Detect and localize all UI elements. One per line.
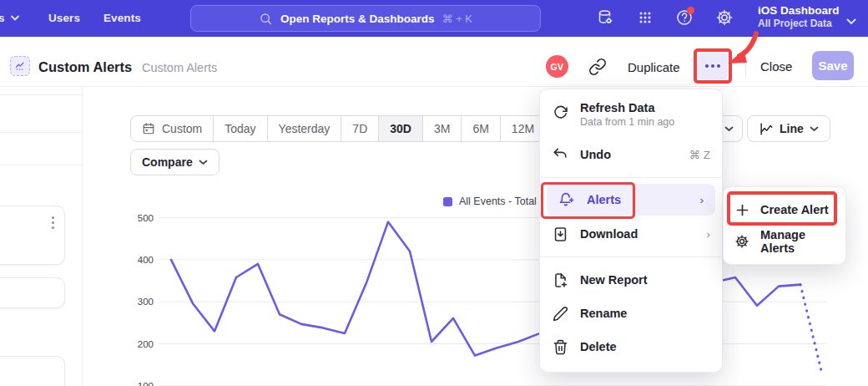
range-label: Custom — [162, 122, 202, 135]
menu-item-undo[interactable]: Undo ⌘ Z — [540, 138, 722, 171]
svg-text:300: 300 — [138, 297, 154, 307]
trash-icon — [552, 338, 568, 355]
kebab-menu-icon[interactable] — [52, 216, 54, 229]
apps-grid-icon[interactable] — [636, 8, 656, 28]
chevron-down-icon — [11, 15, 19, 21]
search-shortcut: ⌘ + K — [442, 13, 473, 25]
plus-icon — [734, 201, 750, 218]
range-today[interactable]: Today — [214, 116, 267, 141]
file-plus-icon — [552, 272, 568, 288]
submenu-item-create-alert[interactable]: Create Alert — [724, 194, 845, 226]
sidebar-card[interactable] — [0, 206, 65, 265]
nav-item-partial[interactable]: s — [0, 12, 19, 24]
menu-item-sublabel: Data from 1 min ago — [580, 116, 674, 128]
report-chart-icon — [10, 56, 30, 76]
help-icon[interactable] — [675, 8, 695, 28]
chart-type-label: Line — [780, 122, 804, 135]
range-yesterday[interactable]: Yesterday — [268, 116, 342, 141]
notification-dot — [687, 7, 694, 14]
chevron-down-icon[interactable] — [846, 13, 856, 28]
sidebar-row-divider — [0, 94, 82, 95]
more-button[interactable] — [698, 53, 728, 79]
header-divider — [745, 53, 746, 77]
nav-partial-label: s — [0, 12, 5, 24]
range-3m[interactable]: 3M — [423, 116, 462, 141]
project-switcher[interactable]: iOS Dashboard All Project Data — [758, 4, 840, 29]
search-input[interactable]: Open Reports & Dashboards ⌘ + K — [190, 5, 541, 32]
compare-label: Compare — [142, 155, 193, 169]
submenu-chevron-icon: › — [700, 194, 704, 206]
menu-item-refresh-data[interactable]: Refresh Data Data from 1 min ago — [540, 96, 722, 138]
copy-link-icon[interactable] — [588, 58, 607, 76]
range-7d[interactable]: 7D — [341, 116, 379, 141]
breadcrumb: Custom Alerts — [142, 61, 217, 74]
svg-text:500: 500 — [138, 213, 154, 223]
line-chart-icon — [759, 121, 774, 136]
nav-item-users[interactable]: Users — [48, 12, 80, 24]
sidebar-card[interactable] — [0, 356, 65, 386]
menu-item-label: Rename — [580, 307, 627, 320]
chart-line-dashed — [800, 285, 822, 374]
date-range-control: Custom Today Yesterday 7D 30D 3M 6M 12M — [130, 115, 546, 142]
bell-plus-icon — [558, 191, 575, 208]
menu-item-delete[interactable]: Delete — [540, 330, 722, 363]
app-window: s Users Events Open Reports & Dashboards… — [0, 0, 868, 386]
menu-item-label: Download — [580, 227, 638, 241]
sidebar-card[interactable] — [0, 277, 65, 308]
nav-item-events[interactable]: Events — [103, 12, 141, 24]
annotation-box-more — [694, 48, 732, 84]
range-label: 6M — [472, 122, 488, 135]
save-button[interactable]: Save — [812, 51, 854, 80]
gear-icon — [734, 233, 750, 250]
data-management-icon[interactable] — [596, 8, 616, 28]
sidebar-divider — [82, 87, 83, 386]
menu-item-label: Delete — [580, 340, 617, 353]
sidebar-row-divider — [0, 165, 82, 165]
pencil-icon — [552, 305, 568, 322]
menu-item-alerts[interactable]: Alerts › — [547, 184, 715, 216]
context-menu: Refresh Data Data from 1 min ago Undo ⌘ … — [539, 89, 723, 373]
menu-item-shortcut: ⌘ Z — [689, 148, 711, 161]
top-navbar: s Users Events Open Reports & Dashboards… — [0, 0, 868, 37]
submenu-item-label: Create Alert — [760, 203, 829, 216]
range-label: 3M — [434, 122, 450, 135]
close-button[interactable]: Close — [760, 59, 792, 74]
chevron-down-icon — [724, 126, 734, 132]
chevron-down-icon — [810, 126, 819, 132]
submenu-chevron-icon: › — [707, 228, 711, 241]
avatar[interactable]: GV — [546, 55, 568, 78]
submenu-item-manage-alerts[interactable]: Manage Alerts — [724, 226, 845, 257]
range-label: 7D — [352, 122, 367, 135]
undo-icon — [552, 146, 568, 163]
range-custom[interactable]: Custom — [131, 116, 214, 141]
range-6m[interactable]: 6M — [462, 116, 500, 141]
menu-item-download[interactable]: Download › — [540, 217, 722, 251]
range-30d-selected[interactable]: 30D — [379, 116, 423, 141]
range-label: 30D — [390, 122, 411, 135]
menu-item-new-report[interactable]: New Report — [540, 263, 722, 297]
duplicate-button[interactable]: Duplicate — [628, 60, 680, 74]
compare-button[interactable]: Compare — [130, 149, 220, 175]
project-name: iOS Dashboard — [758, 4, 840, 17]
page-title: Custom Alerts — [38, 59, 132, 75]
settings-gear-icon[interactable] — [715, 8, 735, 28]
menu-divider — [540, 256, 722, 257]
sidebar-row-divider — [0, 132, 82, 133]
range-label: Yesterday — [279, 122, 331, 135]
range-label: Today — [225, 122, 255, 135]
alerts-submenu: Create Alert Manage Alerts — [723, 186, 846, 265]
svg-text:200: 200 — [138, 339, 154, 349]
range-label: 12M — [512, 122, 534, 135]
menu-item-label: New Report — [580, 273, 648, 287]
search-icon — [259, 12, 273, 26]
menu-item-rename[interactable]: Rename — [540, 297, 722, 330]
menu-item-label: Alerts — [587, 193, 621, 206]
download-icon — [552, 226, 568, 242]
report-header: Custom Alerts Custom Alerts GV Duplicate… — [0, 37, 868, 87]
chart-type-button[interactable]: Line — [747, 115, 830, 142]
menu-divider — [540, 177, 722, 178]
menu-item-label: Refresh Data — [580, 101, 674, 114]
search-placeholder: Open Reports & Dashboards — [280, 13, 435, 25]
submenu-item-label: Manage Alerts — [760, 228, 835, 255]
refresh-icon — [552, 104, 568, 120]
